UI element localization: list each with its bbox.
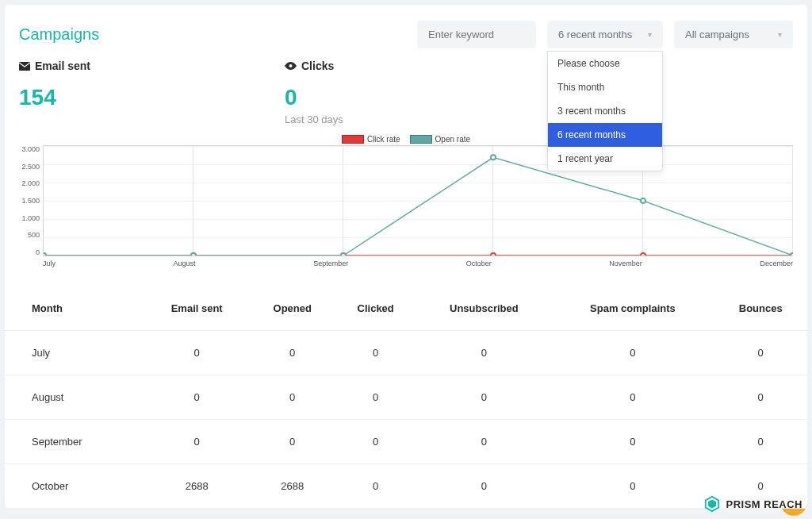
chart-container: Click rate Open rate 3.000 2.500 2.000 1… bbox=[5, 135, 807, 279]
legend-item: Open rate bbox=[410, 135, 470, 144]
stat-value: 0 bbox=[285, 85, 550, 110]
svg-point-10 bbox=[341, 253, 346, 256]
svg-point-8 bbox=[44, 253, 46, 256]
chart-plot-area bbox=[43, 145, 793, 256]
time-option[interactable]: Please choose bbox=[548, 52, 662, 75]
svg-point-6 bbox=[641, 253, 645, 256]
time-range-value: 6 recent months bbox=[558, 29, 632, 40]
legend-swatch-red bbox=[342, 135, 364, 144]
stat-label: Clicks bbox=[285, 60, 550, 72]
campaigns-card: Campaigns 6 recent months ▾ Please choos… bbox=[5, 5, 807, 509]
chevron-down-icon: ▾ bbox=[778, 30, 782, 39]
time-range-dropdown: Please choose This month 3 recent months… bbox=[547, 51, 663, 171]
stat-subtext: Last 30 days bbox=[285, 113, 550, 125]
brand-badge: PRISM REACH bbox=[703, 495, 802, 513]
page-title: Campaigns bbox=[19, 25, 417, 44]
envelope-icon bbox=[19, 62, 30, 71]
svg-point-12 bbox=[641, 198, 645, 203]
table-row: August000000 bbox=[5, 375, 807, 420]
brand-name: PRISM REACH bbox=[726, 498, 802, 510]
svg-point-9 bbox=[191, 253, 196, 256]
svg-point-11 bbox=[491, 155, 496, 160]
stat-value: 154 bbox=[19, 85, 285, 110]
svg-point-1 bbox=[289, 64, 293, 67]
time-option-selected[interactable]: 6 recent months bbox=[548, 123, 662, 147]
campaign-select[interactable]: All campaigns ▾ bbox=[674, 21, 793, 48]
table-row: October268826880000 bbox=[5, 464, 807, 509]
time-option[interactable]: 1 recent year bbox=[548, 147, 662, 171]
legend-swatch-teal bbox=[410, 135, 432, 144]
time-option[interactable]: 3 recent months bbox=[548, 99, 662, 123]
svg-point-5 bbox=[491, 253, 496, 256]
table-body: July000000August000000September000000Oct… bbox=[5, 331, 807, 509]
chevron-down-icon: ▾ bbox=[648, 30, 652, 39]
table-row: September000000 bbox=[5, 420, 807, 464]
time-option[interactable]: This month bbox=[548, 75, 662, 99]
chart: 3.000 2.500 2.000 1.500 1.000 500 0 July… bbox=[43, 145, 793, 271]
x-axis-labels: July August September October November D… bbox=[43, 260, 793, 267]
stat-clicks: Clicks 0 Last 30 days bbox=[285, 60, 550, 125]
y-axis-labels: 3.000 2.500 2.000 1.500 1.000 500 0 bbox=[19, 145, 40, 256]
stat-label: Email sent bbox=[19, 60, 285, 72]
legend-item: Click rate bbox=[342, 135, 400, 144]
table-row: July000000 bbox=[5, 331, 807, 375]
brand-logo-icon bbox=[703, 495, 721, 513]
eye-icon bbox=[285, 62, 297, 70]
time-range-select[interactable]: 6 recent months ▾ Please choose This mon… bbox=[547, 21, 663, 48]
header-controls: 6 recent months ▾ Please choose This mon… bbox=[417, 21, 793, 48]
svg-point-13 bbox=[791, 253, 793, 256]
stats-row: Email sent 154 Clicks 0 Last 30 days bbox=[5, 60, 807, 135]
campaign-value: All campaigns bbox=[685, 29, 749, 40]
stat-email-sent: Email sent 154 bbox=[19, 60, 285, 125]
chart-legend: Click rate Open rate bbox=[19, 135, 793, 144]
svg-marker-15 bbox=[708, 500, 716, 509]
search-input[interactable] bbox=[417, 21, 536, 48]
metrics-table: Month Email sent Opened Clicked Unsubscr… bbox=[5, 286, 807, 509]
table-header-row: Month Email sent Opened Clicked Unsubscr… bbox=[5, 286, 807, 331]
header-row: Campaigns 6 recent months ▾ Please choos… bbox=[5, 21, 807, 60]
